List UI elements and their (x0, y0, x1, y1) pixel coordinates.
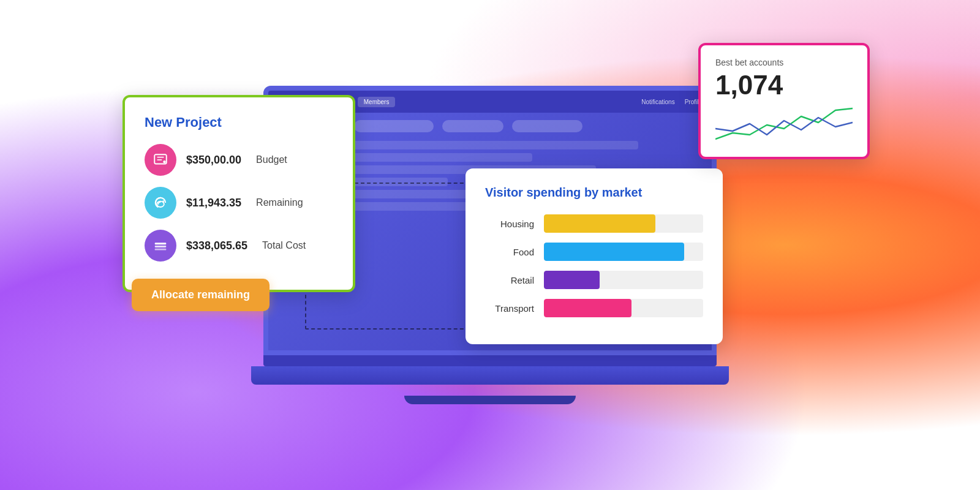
card-project-title: New Project (145, 115, 333, 130)
svg-rect-7 (155, 246, 167, 247)
card-project: New Project $350,00.00 Budget $11,943.35 (123, 95, 355, 292)
bar-track-food (544, 243, 703, 261)
best-bet-label: Best bet accounts (715, 58, 853, 67)
bar-label-food: Food (485, 247, 534, 257)
screen-tag-4 (512, 120, 582, 132)
screen-link-notifications[interactable]: Notifications (641, 99, 674, 105)
bar-row-housing: Housing (485, 214, 703, 233)
bar-fill-housing (544, 214, 655, 233)
remaining-label: Remaining (256, 197, 303, 208)
budget-icon (145, 144, 176, 176)
allocate-remaining-button[interactable]: Allocate remaining (132, 279, 270, 311)
svg-rect-8 (155, 249, 167, 251)
laptop-hinge (263, 355, 717, 366)
bar-track-retail (544, 271, 703, 289)
bar-label-retail: Retail (485, 275, 534, 285)
total-icon (145, 230, 176, 262)
budget-label: Budget (256, 154, 287, 165)
best-bet-chart (715, 105, 853, 142)
bar-label-housing: Housing (485, 219, 534, 229)
budget-amount: $350,00.00 (186, 154, 241, 167)
bar-fill-transport (544, 299, 631, 317)
remaining-icon (145, 187, 176, 219)
screen-tab-members[interactable]: Members (358, 97, 396, 107)
project-row-budget: $350,00.00 Budget (145, 144, 333, 176)
card-spending-title: Visitor spending by market (485, 186, 703, 200)
bar-row-retail: Retail (485, 271, 703, 289)
project-row-total: $338,065.65 Total Cost (145, 230, 333, 262)
card-best-bet: Best bet accounts 1,074 (698, 43, 870, 159)
svg-point-5 (162, 200, 164, 202)
laptop-body (251, 366, 729, 385)
chart-blue-line (715, 118, 853, 135)
screen-tag-3 (442, 120, 503, 132)
svg-point-3 (163, 160, 165, 163)
total-amount: $338,065.65 (186, 239, 247, 252)
bar-label-transport: Transport (485, 303, 534, 314)
card-spending: Visitor spending by market Housing Food … (466, 168, 723, 344)
svg-rect-6 (155, 243, 167, 244)
laptop-base (251, 355, 729, 404)
bar-track-housing (544, 214, 703, 233)
laptop-feet (404, 396, 576, 404)
screen-tag-2 (354, 120, 434, 132)
project-row-remaining: $11,943.35 Remaining (145, 187, 333, 219)
bar-track-transport (544, 299, 703, 317)
remaining-amount: $11,943.35 (186, 197, 241, 209)
chart-green-line (715, 108, 853, 139)
total-label: Total Cost (262, 240, 306, 251)
bar-fill-food (544, 243, 684, 261)
screen-nav-links: Notifications Profile (641, 99, 702, 105)
bar-row-food: Food (485, 243, 703, 261)
best-bet-number: 1,074 (715, 70, 853, 100)
bar-row-transport: Transport (485, 299, 703, 317)
bar-fill-retail (544, 271, 600, 289)
